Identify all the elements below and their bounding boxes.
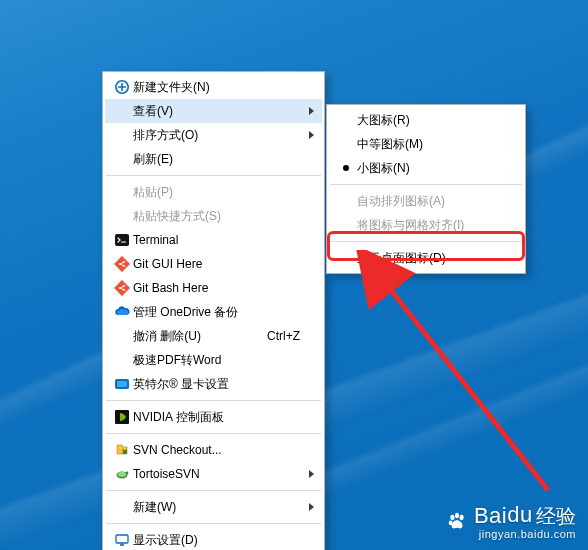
menu-item-label: 新建文件夹(N): [133, 79, 300, 96]
menu-item-label: 排序方式(O): [133, 127, 300, 144]
submenu-item-auto-arrange: 自动排列图标(A): [329, 189, 523, 213]
menu-item-label: TortoiseSVN: [133, 467, 300, 481]
menu-item-label: 粘贴快捷方式(S): [133, 208, 300, 225]
blank-icon: [111, 183, 133, 201]
blank-icon: [111, 150, 133, 168]
menu-item-label: 显示桌面图标(D): [357, 250, 501, 267]
menu-item-paste: 粘贴(P): [105, 180, 322, 204]
menu-item-label: 粘贴(P): [133, 184, 300, 201]
submenu-item-small-icons[interactable]: 小图标(N): [329, 156, 523, 180]
new-folder-icon: [111, 78, 133, 96]
radio-selected-icon: [335, 159, 357, 177]
blank-icon: [111, 126, 133, 144]
blank-icon: [335, 249, 357, 267]
menu-item-paste-shortcut: 粘贴快捷方式(S): [105, 204, 322, 228]
menu-item-svn-checkout[interactable]: SVN Checkout...: [105, 438, 322, 462]
baidu-paw-icon: [446, 511, 468, 533]
submenu-item-medium-icons[interactable]: 中等图标(M): [329, 132, 523, 156]
menu-item-new[interactable]: 新建(W): [105, 495, 322, 519]
nvidia-icon: [111, 408, 133, 426]
submenu-arrow-icon: [309, 131, 314, 139]
menu-separator: [330, 184, 522, 185]
menu-item-label: 显示设置(D): [133, 532, 300, 549]
svg-point-18: [455, 512, 459, 518]
menu-item-label: 中等图标(M): [357, 136, 501, 153]
menu-item-label: 查看(V): [133, 103, 300, 120]
blank-icon: [111, 327, 133, 345]
view-submenu: 大图标(R) 中等图标(M) 小图标(N) 自动排列图标(A) 将图标与网格对齐…: [326, 104, 526, 274]
menu-item-label: SVN Checkout...: [133, 443, 300, 457]
display-icon: [111, 531, 133, 549]
submenu-arrow-icon: [309, 503, 314, 511]
submenu-item-large-icons[interactable]: 大图标(R): [329, 108, 523, 132]
menu-item-sort[interactable]: 排序方式(O): [105, 123, 322, 147]
svg-point-15: [126, 472, 129, 475]
menu-separator: [106, 400, 321, 401]
menu-item-label: NVIDIA 控制面板: [133, 409, 300, 426]
menu-separator: [330, 241, 522, 242]
menu-item-label: 撤消 删除(U): [133, 328, 255, 345]
git-icon: [111, 279, 133, 297]
blank-icon: [111, 102, 133, 120]
svg-point-14: [118, 472, 126, 477]
desktop-context-menu: 新建文件夹(N) 查看(V) 排序方式(O) 刷新(E) 粘贴(P) 粘贴快捷方…: [102, 71, 325, 550]
watermark-brand-en: Bai: [474, 503, 507, 528]
menu-item-label: 将图标与网格对齐(I): [357, 217, 501, 234]
blank-icon: [335, 216, 357, 234]
menu-item-label: Git Bash Here: [133, 281, 300, 295]
svn-checkout-icon: [111, 441, 133, 459]
menu-item-new-folder[interactable]: 新建文件夹(N): [105, 75, 322, 99]
submenu-arrow-icon: [309, 470, 314, 478]
svg-rect-11: [117, 381, 127, 387]
menu-item-label: Terminal: [133, 233, 300, 247]
menu-item-git-gui[interactable]: Git GUI Here: [105, 252, 322, 276]
blank-icon: [335, 135, 357, 153]
watermark-url: jingyan.baidu.com: [474, 528, 576, 540]
submenu-item-align-grid: 将图标与网格对齐(I): [329, 213, 523, 237]
menu-item-label: 刷新(E): [133, 151, 300, 168]
menu-separator: [106, 175, 321, 176]
menu-item-label: 小图标(N): [357, 160, 501, 177]
blank-icon: [111, 351, 133, 369]
menu-item-git-bash[interactable]: Git Bash Here: [105, 276, 322, 300]
menu-item-label: 大图标(R): [357, 112, 501, 129]
onedrive-icon: [111, 303, 133, 321]
menu-item-terminal[interactable]: Terminal: [105, 228, 322, 252]
tortoise-icon: [111, 465, 133, 483]
menu-item-label: 英特尔® 显卡设置: [133, 376, 300, 393]
menu-item-label: 极速PDF转Word: [133, 352, 300, 369]
svg-rect-2: [114, 256, 130, 272]
blank-icon: [111, 498, 133, 516]
menu-item-display-settings[interactable]: 显示设置(D): [105, 528, 322, 550]
menu-item-intel-graphics[interactable]: 英特尔® 显卡设置: [105, 372, 322, 396]
svg-rect-6: [114, 280, 130, 296]
blank-icon: [111, 207, 133, 225]
menu-item-label: Git GUI Here: [133, 257, 300, 271]
git-icon: [111, 255, 133, 273]
intel-icon: [111, 375, 133, 393]
menu-item-view[interactable]: 查看(V): [105, 99, 322, 123]
svg-point-17: [450, 514, 454, 520]
menu-item-label: 自动排列图标(A): [357, 193, 501, 210]
menu-item-label: 新建(W): [133, 499, 300, 516]
menu-item-tortoisesvn[interactable]: TortoiseSVN: [105, 462, 322, 486]
blank-icon: [335, 192, 357, 210]
submenu-arrow-icon: [309, 107, 314, 115]
menu-separator: [106, 523, 321, 524]
watermark-brand-du: du: [507, 502, 532, 527]
menu-item-undo-delete[interactable]: 撤消 删除(U) Ctrl+Z: [105, 324, 322, 348]
menu-item-nvidia[interactable]: NVIDIA 控制面板: [105, 405, 322, 429]
menu-item-onedrive[interactable]: 管理 OneDrive 备份: [105, 300, 322, 324]
watermark-brand-cn: 经验: [536, 505, 576, 527]
menu-separator: [106, 490, 321, 491]
menu-item-label: 管理 OneDrive 备份: [133, 304, 300, 321]
svg-rect-16: [116, 535, 128, 543]
terminal-icon: [111, 231, 133, 249]
blank-icon: [335, 111, 357, 129]
watermark: Baidu 经验 jingyan.baidu.com: [446, 503, 576, 540]
svg-point-19: [459, 514, 463, 520]
menu-item-pdf2word[interactable]: 极速PDF转Word: [105, 348, 322, 372]
menu-shortcut: Ctrl+Z: [255, 329, 300, 343]
menu-item-refresh[interactable]: 刷新(E): [105, 147, 322, 171]
submenu-item-show-desktop-icons[interactable]: 显示桌面图标(D): [329, 246, 523, 270]
